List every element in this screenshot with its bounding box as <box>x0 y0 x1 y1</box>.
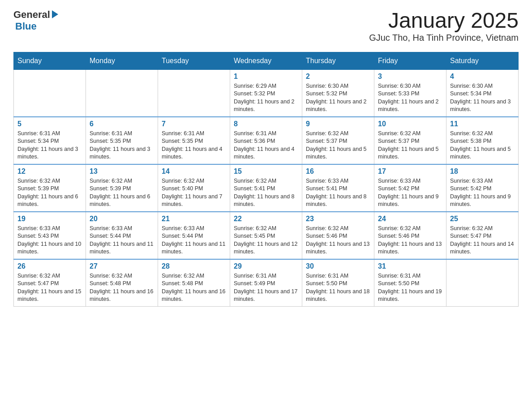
calendar-cell: 22Sunrise: 6:32 AMSunset: 5:45 PMDayligh… <box>230 212 302 259</box>
logo-triangle-icon <box>52 10 58 18</box>
calendar-day-header: Thursday <box>302 52 374 69</box>
calendar-cell: 21Sunrise: 6:33 AMSunset: 5:44 PMDayligh… <box>158 212 230 259</box>
calendar-cell: 8Sunrise: 6:31 AMSunset: 5:36 PMDaylight… <box>230 117 302 164</box>
calendar-cell: 16Sunrise: 6:33 AMSunset: 5:41 PMDayligh… <box>302 164 374 212</box>
calendar-day-header: Friday <box>374 52 446 69</box>
calendar-cell: 25Sunrise: 6:32 AMSunset: 5:47 PMDayligh… <box>446 212 519 259</box>
calendar-cell: 24Sunrise: 6:32 AMSunset: 5:46 PMDayligh… <box>374 212 446 259</box>
day-number: 19 <box>17 215 82 223</box>
page-title: January 2025 <box>369 9 519 33</box>
day-number: 8 <box>234 120 298 128</box>
calendar-cell: 4Sunrise: 6:30 AMSunset: 5:34 PMDaylight… <box>446 69 519 117</box>
day-info: Sunrise: 6:32 AMSunset: 5:46 PMDaylight:… <box>306 225 370 256</box>
day-info: Sunrise: 6:30 AMSunset: 5:32 PMDaylight:… <box>306 82 370 114</box>
page-subtitle: GJuc Tho, Ha Tinh Province, Vietnam <box>369 33 519 43</box>
day-info: Sunrise: 6:30 AMSunset: 5:34 PMDaylight:… <box>450 82 515 114</box>
day-info: Sunrise: 6:32 AMSunset: 5:37 PMDaylight:… <box>378 130 442 161</box>
day-info: Sunrise: 6:31 AMSunset: 5:35 PMDaylight:… <box>162 130 226 161</box>
calendar-header: SundayMondayTuesdayWednesdayThursdayFrid… <box>14 52 519 69</box>
calendar-cell: 17Sunrise: 6:33 AMSunset: 5:42 PMDayligh… <box>374 164 446 212</box>
day-info: Sunrise: 6:32 AMSunset: 5:47 PMDaylight:… <box>450 225 515 256</box>
day-info: Sunrise: 6:32 AMSunset: 5:45 PMDaylight:… <box>234 225 298 256</box>
calendar-cell: 18Sunrise: 6:33 AMSunset: 5:42 PMDayligh… <box>446 164 519 212</box>
calendar-cell <box>446 259 519 307</box>
day-info: Sunrise: 6:31 AMSunset: 5:50 PMDaylight:… <box>306 272 370 304</box>
calendar-cell: 11Sunrise: 6:32 AMSunset: 5:38 PMDayligh… <box>446 117 519 164</box>
day-info: Sunrise: 6:32 AMSunset: 5:40 PMDaylight:… <box>162 177 226 209</box>
day-number: 15 <box>234 167 298 176</box>
day-number: 11 <box>450 120 515 128</box>
day-number: 26 <box>17 262 82 270</box>
day-number: 3 <box>378 73 442 81</box>
day-number: 9 <box>306 120 370 128</box>
calendar-week-row: 5Sunrise: 6:31 AMSunset: 5:34 PMDaylight… <box>14 117 519 164</box>
calendar-day-header: Saturday <box>446 52 519 69</box>
calendar-cell: 12Sunrise: 6:32 AMSunset: 5:39 PMDayligh… <box>14 164 86 212</box>
day-info: Sunrise: 6:33 AMSunset: 5:44 PMDaylight:… <box>90 225 154 256</box>
calendar-day-header: Sunday <box>14 52 86 69</box>
calendar-cell <box>14 69 86 117</box>
title-section: January 2025 GJuc Tho, Ha Tinh Province,… <box>369 9 519 43</box>
day-number: 4 <box>450 73 515 81</box>
calendar-week-row: 1Sunrise: 6:29 AMSunset: 5:32 PMDaylight… <box>14 69 519 117</box>
calendar-cell: 10Sunrise: 6:32 AMSunset: 5:37 PMDayligh… <box>374 117 446 164</box>
day-number: 21 <box>162 215 226 223</box>
logo: General Blue <box>13 9 58 32</box>
calendar-cell: 3Sunrise: 6:30 AMSunset: 5:33 PMDaylight… <box>374 69 446 117</box>
calendar-cell: 29Sunrise: 6:31 AMSunset: 5:49 PMDayligh… <box>230 259 302 307</box>
day-number: 25 <box>450 215 515 223</box>
logo-blue-text: Blue <box>15 21 37 32</box>
day-number: 2 <box>306 73 370 81</box>
day-info: Sunrise: 6:33 AMSunset: 5:44 PMDaylight:… <box>162 225 226 256</box>
day-number: 23 <box>306 215 370 223</box>
day-info: Sunrise: 6:32 AMSunset: 5:46 PMDaylight:… <box>378 225 442 256</box>
calendar-day-header: Tuesday <box>158 52 230 69</box>
day-number: 13 <box>90 167 154 176</box>
day-number: 7 <box>162 120 226 128</box>
day-number: 6 <box>90 120 154 128</box>
day-info: Sunrise: 6:32 AMSunset: 5:48 PMDaylight:… <box>162 272 226 304</box>
day-number: 24 <box>378 215 442 223</box>
day-number: 28 <box>162 262 226 270</box>
day-number: 22 <box>234 215 298 223</box>
page-header: General Blue January 2025 GJuc Tho, Ha T… <box>13 9 519 43</box>
day-number: 14 <box>162 167 226 176</box>
day-info: Sunrise: 6:33 AMSunset: 5:42 PMDaylight:… <box>378 177 442 209</box>
calendar-cell: 31Sunrise: 6:31 AMSunset: 5:50 PMDayligh… <box>374 259 446 307</box>
calendar-cell: 20Sunrise: 6:33 AMSunset: 5:44 PMDayligh… <box>86 212 158 259</box>
day-info: Sunrise: 6:31 AMSunset: 5:49 PMDaylight:… <box>234 272 298 304</box>
day-number: 12 <box>17 167 82 176</box>
calendar-cell: 27Sunrise: 6:32 AMSunset: 5:48 PMDayligh… <box>86 259 158 307</box>
calendar-cell: 15Sunrise: 6:32 AMSunset: 5:41 PMDayligh… <box>230 164 302 212</box>
calendar-cell: 6Sunrise: 6:31 AMSunset: 5:35 PMDaylight… <box>86 117 158 164</box>
day-info: Sunrise: 6:30 AMSunset: 5:33 PMDaylight:… <box>378 82 442 114</box>
day-info: Sunrise: 6:31 AMSunset: 5:36 PMDaylight:… <box>234 130 298 161</box>
day-info: Sunrise: 6:31 AMSunset: 5:50 PMDaylight:… <box>378 272 442 304</box>
calendar-cell <box>158 69 230 117</box>
day-number: 5 <box>17 120 82 128</box>
calendar-cell: 14Sunrise: 6:32 AMSunset: 5:40 PMDayligh… <box>158 164 230 212</box>
day-number: 31 <box>378 262 442 270</box>
calendar-cell: 7Sunrise: 6:31 AMSunset: 5:35 PMDaylight… <box>158 117 230 164</box>
day-number: 27 <box>90 262 154 270</box>
day-info: Sunrise: 6:33 AMSunset: 5:42 PMDaylight:… <box>450 177 515 209</box>
calendar-week-row: 12Sunrise: 6:32 AMSunset: 5:39 PMDayligh… <box>14 164 519 212</box>
calendar-cell: 23Sunrise: 6:32 AMSunset: 5:46 PMDayligh… <box>302 212 374 259</box>
calendar-week-row: 26Sunrise: 6:32 AMSunset: 5:47 PMDayligh… <box>14 259 519 307</box>
calendar-cell: 28Sunrise: 6:32 AMSunset: 5:48 PMDayligh… <box>158 259 230 307</box>
day-number: 16 <box>306 167 370 176</box>
calendar-day-header: Monday <box>86 52 158 69</box>
day-number: 20 <box>90 215 154 223</box>
day-info: Sunrise: 6:32 AMSunset: 5:37 PMDaylight:… <box>306 130 370 161</box>
calendar-cell: 1Sunrise: 6:29 AMSunset: 5:32 PMDaylight… <box>230 69 302 117</box>
day-number: 18 <box>450 167 515 176</box>
calendar-cell: 30Sunrise: 6:31 AMSunset: 5:50 PMDayligh… <box>302 259 374 307</box>
day-info: Sunrise: 6:31 AMSunset: 5:35 PMDaylight:… <box>90 130 154 161</box>
calendar-cell: 5Sunrise: 6:31 AMSunset: 5:34 PMDaylight… <box>14 117 86 164</box>
calendar-cell: 19Sunrise: 6:33 AMSunset: 5:43 PMDayligh… <box>14 212 86 259</box>
day-info: Sunrise: 6:32 AMSunset: 5:39 PMDaylight:… <box>17 177 82 209</box>
calendar-cell: 26Sunrise: 6:32 AMSunset: 5:47 PMDayligh… <box>14 259 86 307</box>
calendar-body: 1Sunrise: 6:29 AMSunset: 5:32 PMDaylight… <box>14 69 519 306</box>
day-number: 1 <box>234 73 298 81</box>
calendar-cell: 13Sunrise: 6:32 AMSunset: 5:39 PMDayligh… <box>86 164 158 212</box>
